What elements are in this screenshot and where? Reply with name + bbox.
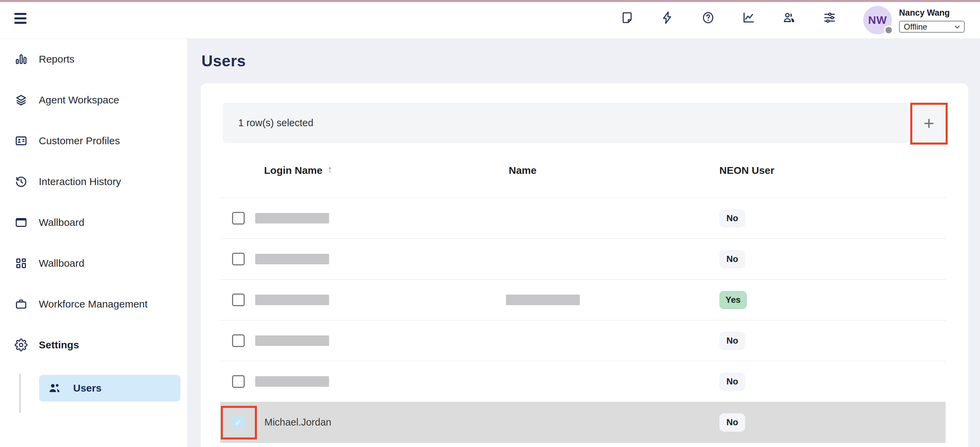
sidebar-item-wallboard-grid[interactable]: Wallboard bbox=[0, 243, 187, 284]
table-row[interactable]: No bbox=[220, 198, 946, 239]
row-checkbox[interactable] bbox=[232, 334, 245, 347]
contacts-icon[interactable] bbox=[782, 11, 796, 24]
users-table: Login Name ↑ Name NEON User No bbox=[220, 143, 946, 443]
sidebar-item-label: Users bbox=[73, 382, 102, 394]
preferences-icon[interactable] bbox=[823, 11, 837, 24]
table-row-selected[interactable]: Michael.Jordan No bbox=[220, 402, 946, 443]
people-group-icon bbox=[47, 381, 62, 395]
redacted-login-name bbox=[255, 213, 329, 224]
sidebar-item-agent-workspace[interactable]: Agent Workspace bbox=[0, 80, 187, 121]
sidebar-item-label: Settings bbox=[39, 339, 79, 351]
history-clock-icon bbox=[14, 175, 28, 188]
sidebar-item-settings[interactable]: Settings bbox=[0, 325, 187, 365]
analytics-icon[interactable] bbox=[742, 11, 756, 24]
status-select[interactable]: Offline bbox=[899, 21, 965, 33]
neon-user-badge: No bbox=[719, 332, 745, 350]
sidebar-item-customer-profiles[interactable]: Customer Profiles bbox=[0, 121, 187, 161]
neon-user-badge: No bbox=[719, 209, 745, 227]
table-row[interactable]: No bbox=[220, 239, 946, 280]
sidebar-item-label: Reports bbox=[39, 53, 75, 65]
sidebar-item-label: Customer Profiles bbox=[39, 135, 120, 146]
row-checkbox[interactable] bbox=[232, 294, 245, 306]
briefcase-icon bbox=[14, 297, 28, 311]
table-row[interactable]: Yes bbox=[220, 280, 946, 320]
sidebar-item-label: Interaction History bbox=[39, 176, 121, 188]
table-header-row: Login Name ↑ Name NEON User bbox=[220, 143, 946, 198]
gear-icon bbox=[14, 338, 28, 352]
sort-asc-icon[interactable]: ↑ bbox=[327, 164, 332, 175]
column-header-neon-user[interactable]: NEON User bbox=[711, 165, 946, 176]
sidebar-item-label: Wallboard bbox=[39, 258, 84, 269]
user-name: Nancy Wang bbox=[899, 8, 967, 17]
sidebar-item-label: Agent Workspace bbox=[39, 94, 119, 106]
column-header-login-name[interactable]: Login Name ↑ bbox=[255, 165, 506, 176]
quick-actions-icon[interactable] bbox=[661, 11, 675, 24]
top-navigation-bar: NW Nancy Wang Offline bbox=[0, 2, 980, 39]
redacted-login-name bbox=[255, 376, 329, 387]
row-checkbox[interactable] bbox=[232, 416, 245, 429]
redacted-name bbox=[506, 294, 580, 305]
column-header-name[interactable]: Name bbox=[506, 165, 711, 176]
subnav-rail bbox=[19, 374, 21, 413]
redacted-login-name bbox=[255, 254, 329, 264]
page-title: Users bbox=[202, 52, 246, 70]
dashboard-grid-icon bbox=[14, 256, 28, 270]
application-window: NW Nancy Wang Offline Reports Agent Work… bbox=[0, 0, 980, 447]
add-user-button[interactable]: + bbox=[910, 103, 948, 145]
login-name-cell: Michael.Jordan bbox=[255, 417, 331, 428]
status-select-value: Offline bbox=[904, 22, 927, 32]
browser-window-icon bbox=[14, 216, 28, 229]
sidebar-item-interaction-history[interactable]: Interaction History bbox=[0, 161, 187, 202]
redacted-login-name bbox=[255, 294, 329, 305]
help-icon[interactable] bbox=[701, 11, 715, 24]
sidebar-item-reports[interactable]: Reports bbox=[0, 39, 187, 80]
plus-icon: + bbox=[924, 114, 934, 132]
id-card-icon bbox=[14, 134, 28, 148]
sidebar-item-wallboard[interactable]: Wallboard bbox=[0, 202, 187, 243]
bar-chart-icon bbox=[14, 52, 28, 66]
table-row[interactable]: No bbox=[220, 361, 946, 402]
user-info-block: Nancy Wang Offline bbox=[899, 8, 967, 33]
neon-user-badge: No bbox=[719, 250, 745, 269]
redacted-login-name bbox=[255, 336, 329, 346]
sidebar-item-label: Wallboard bbox=[39, 217, 84, 228]
neon-user-badge: No bbox=[719, 372, 745, 391]
sidebar-navigation: Reports Agent Workspace Customer Profile… bbox=[0, 39, 187, 447]
avatar-initials: NW bbox=[868, 14, 887, 27]
chevron-down-icon bbox=[954, 24, 961, 30]
sidebar-item-users[interactable]: Users bbox=[39, 375, 180, 401]
row-checkbox[interactable] bbox=[232, 375, 245, 388]
status-dot-icon bbox=[884, 25, 893, 35]
hamburger-menu-icon[interactable] bbox=[14, 11, 29, 26]
table-row[interactable]: No bbox=[220, 320, 946, 361]
sidebar-item-workforce-management[interactable]: Workforce Management bbox=[0, 284, 187, 325]
rows-selected-text: 1 row(s) selected bbox=[238, 118, 313, 129]
topbar-icon-group bbox=[620, 11, 837, 24]
row-checkbox[interactable] bbox=[232, 253, 245, 265]
row-checkbox[interactable] bbox=[232, 212, 245, 224]
sidebar-item-label: Workforce Management bbox=[39, 298, 148, 310]
neon-user-badge: No bbox=[719, 413, 745, 432]
neon-user-badge: Yes bbox=[719, 291, 747, 309]
selection-toolbar: 1 row(s) selected bbox=[223, 103, 908, 143]
user-avatar[interactable]: NW bbox=[863, 6, 892, 34]
users-table-card: 1 row(s) selected + Login Name ↑ Name NE… bbox=[201, 83, 968, 447]
notes-icon[interactable] bbox=[620, 11, 634, 24]
layers-icon bbox=[14, 93, 28, 107]
